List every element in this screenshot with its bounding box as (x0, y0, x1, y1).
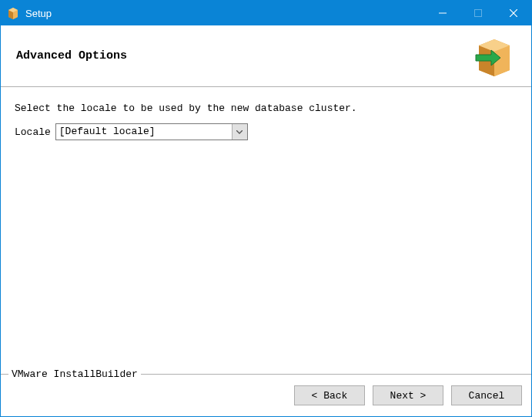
branding-text: VMware InstallBuilder (8, 368, 141, 380)
instruction-text: Select the locale to be used by the new … (15, 103, 517, 114)
box-arrow-icon (473, 35, 516, 78)
locale-field-row: Locale [Default locale] (15, 123, 517, 140)
cancel-button[interactable]: Cancel (451, 385, 522, 405)
footer-section: VMware InstallBuilder < Back Next > Canc… (1, 374, 531, 416)
close-button[interactable] (496, 1, 531, 25)
maximize-button (460, 1, 496, 25)
locale-select[interactable]: [Default locale] (55, 123, 248, 140)
window-title: Setup (25, 8, 425, 19)
setup-window: Setup Advanced Options (0, 0, 532, 417)
button-row: < Back Next > Cancel (1, 375, 531, 416)
next-button[interactable]: Next > (373, 385, 443, 405)
page-title: Advanced Options (16, 49, 127, 62)
header-section: Advanced Options (1, 25, 531, 87)
locale-select-value: [Default locale] (56, 124, 232, 140)
minimize-button[interactable] (425, 1, 460, 25)
svg-rect-5 (475, 10, 482, 17)
locale-label: Locale (15, 126, 51, 138)
titlebar-controls (425, 1, 531, 25)
content-area: Select the locale to be used by the new … (1, 87, 531, 374)
titlebar: Setup (1, 1, 531, 25)
chevron-down-icon (232, 124, 247, 140)
app-icon (7, 7, 19, 19)
back-button[interactable]: < Back (294, 385, 365, 405)
